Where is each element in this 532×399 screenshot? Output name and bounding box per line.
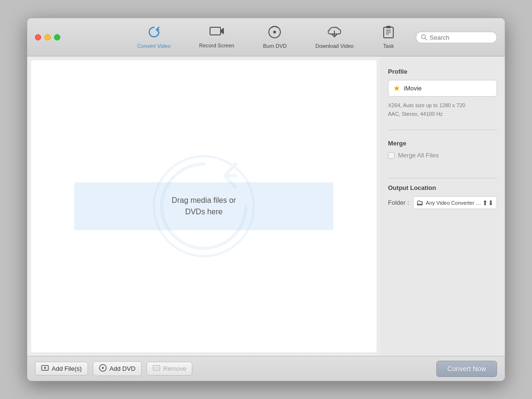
titlebar: Convert Video Record Screen [27, 18, 505, 56]
nav-download-video[interactable]: Download Video [310, 22, 358, 52]
search-box[interactable] [416, 31, 497, 43]
nav-record-screen-label: Record Screen [199, 43, 234, 48]
fullscreen-button[interactable] [54, 34, 60, 40]
search-icon [421, 34, 427, 40]
add-dvd-icon [99, 364, 107, 373]
svg-rect-0 [210, 27, 221, 35]
nav-burn-dvd-label: Burn DVD [263, 43, 287, 49]
divider-2 [388, 178, 497, 178]
folder-label: Folder : [388, 199, 409, 206]
folder-icon: 🗂 [416, 199, 423, 207]
add-files-button[interactable]: Add File(s) [35, 362, 88, 376]
download-video-icon [327, 25, 342, 41]
nav-download-video-label: Download Video [315, 43, 354, 49]
close-button[interactable] [35, 34, 41, 40]
add-files-label: Add File(s) [52, 365, 82, 372]
profile-selector[interactable]: ★ iMovie [388, 80, 497, 97]
nav-record-screen[interactable]: Record Screen [194, 23, 239, 51]
merge-row: Merge All Files [388, 152, 497, 159]
svg-rect-10 [386, 26, 391, 28]
svg-rect-6 [384, 27, 393, 38]
nav-convert-video-label: Convert Video [137, 43, 171, 49]
merge-section-title: Merge [388, 140, 497, 147]
remove-label: Remove [163, 365, 186, 372]
profile-name: iMovie [404, 85, 492, 92]
convert-now-button[interactable]: Convert Now [436, 361, 497, 377]
main-content: Drag media files or DVDs here Profile ★ … [27, 56, 505, 356]
burn-dvd-icon [268, 25, 281, 41]
drop-text: Drag media files or DVDs here [172, 195, 236, 218]
nav-burn-dvd[interactable]: Burn DVD [258, 22, 292, 52]
merge-checkbox[interactable] [388, 152, 395, 159]
remove-icon [153, 365, 160, 373]
main-window: Convert Video Record Screen [27, 18, 505, 381]
bottom-bar: Add File(s) Add DVD Remove Convert Now [27, 356, 505, 381]
search-input[interactable] [430, 33, 492, 41]
record-screen-icon [209, 26, 224, 41]
svg-line-12 [425, 38, 427, 40]
svg-point-2 [273, 31, 276, 33]
divider-1 [388, 130, 497, 130]
add-dvd-button[interactable]: Add DVD [93, 361, 142, 376]
drop-area[interactable]: Drag media files or DVDs here [31, 60, 377, 352]
nav-task-label: Task [383, 43, 394, 49]
folder-dropdown-icon: ⬆⬇ [482, 199, 494, 207]
remove-button[interactable]: Remove [146, 362, 192, 376]
convert-video-icon [147, 25, 161, 41]
nav-convert-video[interactable]: Convert Video [133, 22, 176, 52]
profile-description: X264, Auto size up to 1280 x 720 AAC, St… [388, 101, 497, 118]
add-files-icon [41, 365, 49, 373]
merge-label: Merge All Files [398, 152, 439, 159]
svg-point-19 [102, 367, 104, 369]
folder-path: Any Video Converter Ultim... [426, 200, 481, 206]
output-section: Output Location Folder : 🗂 Any Video Con… [388, 174, 497, 209]
right-panel: Profile ★ iMovie X264, Auto size up to 1… [380, 56, 505, 356]
minimize-button[interactable] [44, 34, 51, 40]
star-icon: ★ [393, 84, 400, 93]
task-icon [382, 25, 395, 41]
convert-now-label: Convert Now [447, 365, 486, 373]
output-section-title: Output Location [388, 184, 497, 191]
folder-row: Folder : 🗂 Any Video Converter Ultim... … [388, 196, 497, 209]
add-dvd-label: Add DVD [110, 365, 135, 372]
folder-picker[interactable]: 🗂 Any Video Converter Ultim... ⬆⬇ [413, 196, 497, 209]
profile-section-title: Profile [388, 68, 497, 75]
nav-task[interactable]: Task [377, 22, 399, 52]
traffic-lights [35, 34, 60, 40]
